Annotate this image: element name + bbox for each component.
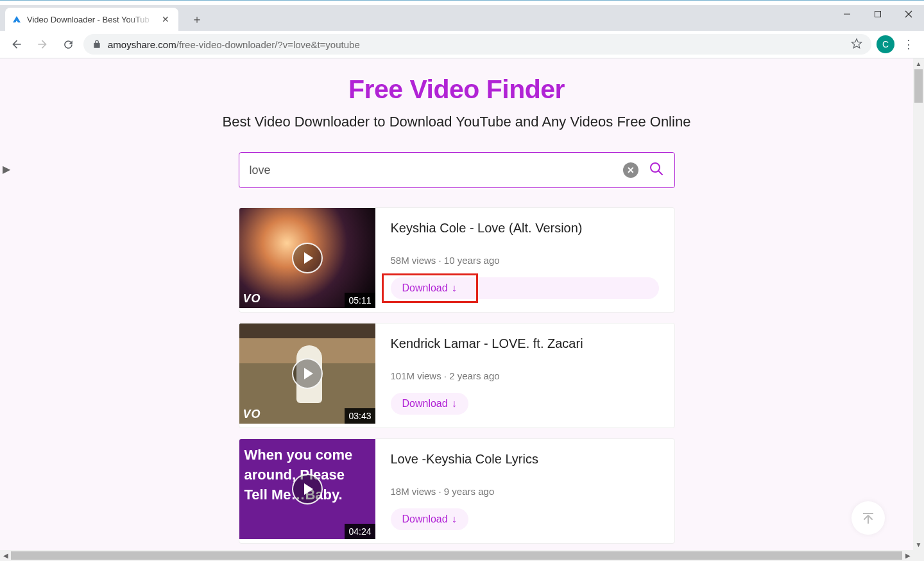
tab-title: Video Downloader - Best YouTub	[27, 15, 154, 24]
new-tab-button[interactable]: ＋	[187, 10, 207, 29]
site-favicon	[12, 14, 22, 24]
page-heading: Free Video Finder	[348, 74, 565, 105]
url-host: amoyshare.com	[108, 39, 176, 50]
video-duration: 05:11	[345, 293, 375, 308]
scroll-to-top-button[interactable]	[851, 501, 885, 535]
window-titlebar	[0, 0, 924, 5]
results-list: VO 05:11 Keyshia Cole - Love (Alt. Versi…	[239, 207, 675, 544]
download-arrow-icon: ↓	[452, 514, 457, 525]
video-meta: 58M views · 10 years ago	[391, 255, 659, 266]
video-title[interactable]: Kendrick Lamar - LOVE. ft. Zacari	[391, 336, 659, 351]
url-path: /free-video-downloader/?v=love&t=youtube	[176, 39, 360, 50]
side-panel-handle[interactable]: ▶	[0, 161, 13, 177]
play-icon	[292, 474, 323, 505]
result-card: VO 05:11 Keyshia Cole - Love (Alt. Versi…	[239, 207, 675, 313]
svg-rect-1	[875, 12, 881, 17]
svg-line-5	[658, 171, 662, 175]
download-button[interactable]: Download ↓	[391, 508, 468, 530]
back-button[interactable]	[6, 34, 27, 55]
vevo-badge: VO	[239, 405, 265, 424]
horizontal-scrollbar-thumb[interactable]	[11, 551, 902, 560]
vertical-scrollbar[interactable]: ▲ ▼	[913, 58, 924, 550]
forward-button[interactable]	[32, 34, 53, 55]
url-text: amoyshare.com/free-video-downloader/?v=l…	[108, 39, 360, 50]
scrollbar-corner	[913, 550, 924, 561]
search-icon[interactable]	[649, 161, 664, 179]
play-icon	[292, 243, 323, 273]
avatar-letter: C	[882, 39, 889, 49]
video-title[interactable]: Keyshia Cole - Love (Alt. Version)	[391, 221, 659, 236]
play-icon	[292, 358, 323, 389]
download-button[interactable]: Download ↓	[391, 393, 468, 415]
clear-search-icon[interactable]: ✕	[623, 162, 638, 178]
reload-button[interactable]	[58, 34, 78, 55]
browser-menu-button[interactable]: ⋮	[900, 35, 918, 53]
scroll-right-arrow-icon[interactable]: ▶	[902, 550, 913, 561]
close-window-button[interactable]	[893, 4, 924, 24]
address-bar[interactable]: amoyshare.com/free-video-downloader/?v=l…	[83, 34, 871, 55]
video-title[interactable]: Love -Keyshia Cole Lyrics	[391, 452, 659, 467]
tab-strip: Video Downloader - Best YouTub ✕ ＋	[0, 5, 924, 31]
lock-icon	[92, 40, 101, 49]
window-controls	[832, 4, 924, 24]
download-arrow-icon: ↓	[452, 398, 457, 410]
browser-tab[interactable]: Video Downloader - Best YouTub ✕	[5, 8, 178, 31]
download-label: Download	[402, 514, 448, 525]
result-card: When you come around, Please Tell Me…Bab…	[239, 438, 675, 544]
scroll-left-arrow-icon[interactable]: ◀	[0, 550, 11, 561]
vertical-scrollbar-thumb[interactable]	[914, 69, 923, 103]
minimize-button[interactable]	[832, 4, 862, 24]
video-thumbnail[interactable]: VO 03:43	[239, 324, 375, 424]
scroll-down-arrow-icon[interactable]: ▼	[913, 539, 924, 550]
profile-avatar[interactable]: C	[877, 35, 894, 53]
video-thumbnail[interactable]: VO 05:11	[239, 208, 375, 308]
video-duration: 04:24	[345, 524, 375, 539]
annotation-highlight	[382, 273, 478, 303]
video-meta: 101M views · 2 years ago	[391, 370, 659, 381]
page-subheading: Best Video Downloader to Download YouTub…	[223, 114, 691, 130]
video-meta: 18M views · 9 years ago	[391, 486, 659, 497]
close-tab-icon[interactable]: ✕	[159, 12, 172, 27]
bookmark-star-icon[interactable]	[851, 38, 862, 51]
scroll-up-arrow-icon[interactable]: ▲	[913, 58, 924, 69]
browser-toolbar: amoyshare.com/free-video-downloader/?v=l…	[0, 31, 924, 58]
download-label: Download	[402, 398, 448, 410]
result-card: VO 03:43 Kendrick Lamar - LOVE. ft. Zaca…	[239, 323, 675, 428]
video-thumbnail[interactable]: When you come around, Please Tell Me…Bab…	[239, 439, 375, 539]
video-duration: 03:43	[345, 408, 375, 424]
maximize-button[interactable]	[862, 4, 893, 24]
search-input[interactable]	[250, 164, 613, 177]
horizontal-scrollbar[interactable]: ◀ ▶	[0, 550, 924, 561]
search-box: ✕	[239, 152, 675, 188]
vevo-badge: VO	[239, 289, 265, 308]
page-content: ▶ Free Video Finder Best Video Downloade…	[0, 58, 913, 550]
